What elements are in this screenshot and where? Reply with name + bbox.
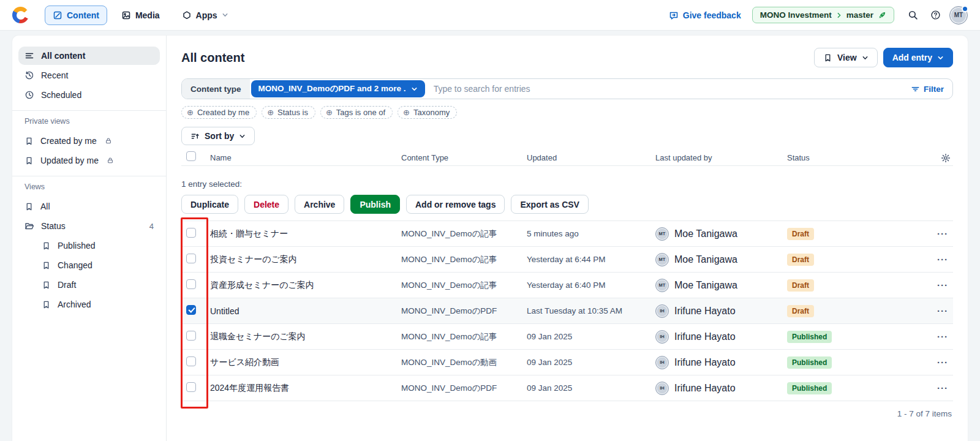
quick-filter-taxonomy[interactable]: Taxonomy — [398, 106, 457, 119]
clock-icon — [24, 90, 34, 100]
notification-dot — [962, 6, 968, 12]
entry-last-updated-by: Moe Tanigawa — [674, 228, 737, 239]
sort-by-label: Sort by — [205, 131, 234, 141]
sidebar-item-draft[interactable]: Draft — [18, 276, 160, 294]
export-as-csv-button[interactable]: Export as CSV — [511, 195, 588, 214]
table-row[interactable]: 2024年度運用報告書 MONO_INV_DemoのPDF 09 Jan 202… — [181, 375, 953, 401]
row-actions-menu[interactable] — [937, 280, 948, 290]
environment-name: master — [846, 10, 873, 20]
chevron-down-icon — [411, 86, 418, 92]
chevron-right-icon — [836, 12, 842, 18]
row-checkbox[interactable] — [186, 331, 196, 341]
user-avatar: IH — [655, 356, 669, 369]
entry-name: 資産形成セミナーのご案内 — [210, 280, 401, 291]
row-checkbox[interactable] — [186, 305, 196, 315]
filter-button[interactable]: Filter — [902, 85, 952, 94]
quick-filter-tags-is-one-of[interactable]: Tags is one of — [320, 106, 393, 119]
row-actions-menu[interactable] — [937, 306, 948, 316]
bookmark-icon — [42, 281, 51, 290]
entry-updated: Last Tuesday at 10:35 AM — [527, 306, 655, 315]
table-row[interactable]: Untitled MONO_INV_DemoのPDF Last Tuesday … — [181, 298, 953, 324]
space-name: MONO Investment — [760, 10, 832, 20]
content-type-filter-pill[interactable]: MONO_INV_DemoのPDF and 2 more . — [251, 80, 425, 97]
sidebar-item-changed[interactable]: Changed — [18, 256, 160, 274]
sidebar-item-created-by-me[interactable]: Created by me — [18, 132, 160, 150]
view-button[interactable]: View — [814, 48, 878, 67]
table-row[interactable]: 投資セミナーのご案内 MONO_INV_Demoの記事 Yesterday at… — [181, 247, 953, 273]
sidebar-item-all-content[interactable]: All content — [18, 47, 160, 65]
search-input[interactable] — [425, 84, 902, 94]
status-badge: Published — [787, 331, 832, 343]
table-row[interactable]: 退職金セミナーのご案内 MONO_INV_Demoの記事 09 Jan 2025… — [181, 324, 953, 350]
sidebar-section-private-views: Private views — [24, 117, 154, 126]
row-checkbox[interactable] — [186, 279, 196, 289]
select-all-checkbox[interactable] — [186, 151, 196, 161]
entry-content-type: MONO_INV_Demoの記事 — [401, 280, 527, 291]
lock-icon — [107, 157, 114, 164]
give-feedback-link[interactable]: Give feedback — [669, 10, 741, 20]
sidebar-item-label: Scheduled — [41, 90, 81, 100]
sidebar-item-published[interactable]: Published — [18, 236, 160, 255]
filter-button-label: Filter — [924, 85, 944, 94]
bookmark-icon — [24, 137, 34, 146]
entry-name: Untitled — [210, 306, 401, 316]
row-checkbox[interactable] — [186, 254, 196, 263]
column-settings-gear-icon[interactable] — [941, 153, 951, 163]
publish-button[interactable]: Publish — [350, 195, 400, 214]
entry-updated: 09 Jan 2025 — [527, 332, 655, 341]
contentful-logo[interactable] — [12, 7, 29, 23]
status-badge: Published — [787, 356, 832, 369]
row-actions-menu[interactable] — [937, 228, 948, 239]
row-actions-menu[interactable] — [937, 357, 948, 368]
pencil-square-icon — [53, 10, 62, 20]
sidebar-item-archived[interactable]: Archived — [18, 295, 160, 314]
sort-by-button[interactable]: Sort by — [181, 127, 255, 145]
sidebar-divider — [12, 110, 166, 111]
add-or-remove-tags-button[interactable]: Add or remove tags — [406, 195, 505, 214]
entry-content-type: MONO_INV_Demoの記事 — [401, 331, 527, 342]
add-entry-button[interactable]: Add entry — [883, 48, 953, 67]
sidebar-item-scheduled[interactable]: Scheduled — [18, 86, 160, 104]
sidebar-item-label: Created by me — [40, 136, 97, 146]
search-button[interactable] — [904, 6, 922, 24]
row-actions-menu[interactable] — [937, 254, 948, 265]
bulk-actions: Duplicate Delete Archive Publish Add or … — [181, 195, 953, 214]
sidebar-item-updated-by-me[interactable]: Updated by me — [18, 151, 160, 170]
row-checkbox[interactable] — [186, 228, 196, 238]
row-actions-menu[interactable] — [937, 383, 948, 393]
delete-button[interactable]: Delete — [244, 195, 288, 214]
row-checkbox[interactable] — [186, 356, 196, 366]
quick-filter-status-is[interactable]: Status is — [262, 106, 315, 119]
history-icon — [24, 70, 34, 80]
entry-last-updated-by: Irifune Hayato — [674, 357, 736, 368]
sidebar-item-label: Updated by me — [40, 156, 99, 165]
row-checkbox[interactable] — [186, 382, 196, 392]
quick-filter-created-by-me[interactable]: Created by me — [181, 106, 257, 119]
menu-apps[interactable]: Apps — [174, 6, 236, 25]
content-type-filter-value: MONO_INV_DemoのPDF and 2 more . — [258, 83, 406, 94]
table-row[interactable]: サービス紹介動画 MONO_INV_Demoの動画 09 Jan 2025 IH… — [181, 350, 953, 375]
archive-button[interactable]: Archive — [295, 195, 344, 214]
help-button[interactable] — [927, 6, 944, 24]
entry-search-bar: Content type MONO_INV_DemoのPDF and 2 mor… — [181, 78, 953, 99]
environment-badge[interactable]: MONO Investment master — [752, 7, 894, 23]
entry-updated: Yesterday at 6:44 PM — [527, 255, 655, 264]
row-actions-menu[interactable] — [937, 331, 948, 342]
tab-content[interactable]: Content — [45, 6, 107, 25]
content-type-label[interactable]: Content type — [182, 79, 250, 99]
sidebar-item-recent[interactable]: Recent — [18, 66, 160, 85]
sidebar-item-status-folder[interactable]: Status 4 — [18, 217, 160, 235]
entry-name: サービス紹介動画 — [210, 357, 401, 368]
bookmark-icon — [24, 202, 34, 211]
list-icon — [24, 51, 34, 61]
sidebar-item-all[interactable]: All — [18, 197, 160, 216]
table-header: Name Content Type Updated Last updated b… — [181, 150, 953, 166]
user-avatar[interactable]: MT — [949, 6, 968, 24]
status-badge: Draft — [787, 305, 814, 317]
tab-media[interactable]: Media — [113, 6, 168, 25]
table-row[interactable]: 資産形成セミナーのご案内 MONO_INV_Demoの記事 Yesterday … — [181, 273, 953, 298]
duplicate-button[interactable]: Duplicate — [181, 195, 238, 214]
table-row[interactable]: 相続・贈与セミナー MONO_INV_Demoの記事 5 minutes ago… — [181, 221, 953, 247]
entry-updated: 09 Jan 2025 — [527, 383, 655, 393]
menu-apps-label: Apps — [196, 10, 217, 20]
